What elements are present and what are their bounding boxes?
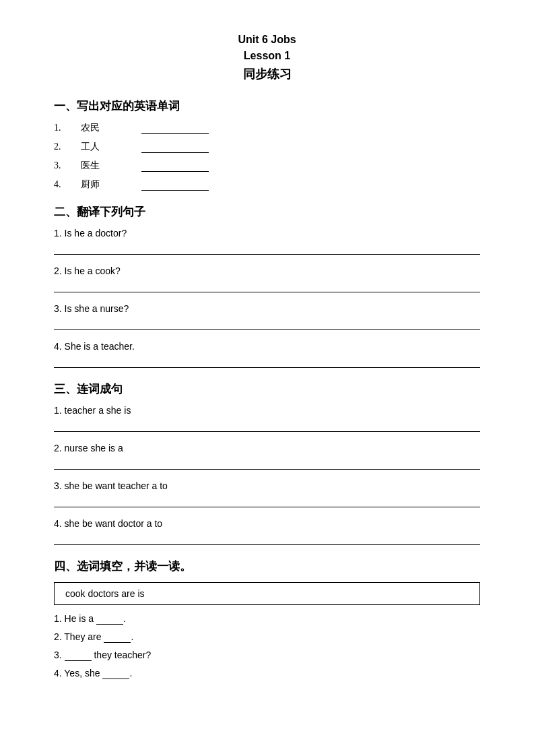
vocab-num: 2.	[54, 141, 67, 152]
translate-item: 3. Is she a nurse?	[54, 303, 480, 330]
answer-line[interactable]	[54, 420, 480, 432]
section-2: 二、翻译下列句子 1. Is he a doctor? 2. Is he a c…	[54, 204, 480, 368]
translate-sentence: 1. Is he a doctor?	[54, 228, 480, 239]
sentence-item: 3. she be want teacher a to	[54, 480, 480, 507]
lesson-title: Lesson 1	[54, 50, 480, 62]
section-4-title: 四、选词填空，并读一读。	[54, 559, 480, 574]
vocab-cn: 农民	[81, 122, 121, 134]
translate-item: 2. Is he a cook?	[54, 265, 480, 292]
sentence-item: 4. she be want doctor a to	[54, 518, 480, 545]
section-1-title: 一、写出对应的英语单词	[54, 98, 480, 114]
blank[interactable]	[104, 631, 131, 643]
vocab-item: 4. 厨师	[54, 179, 480, 191]
answer-line[interactable]	[54, 356, 480, 368]
sentence-text: 1. teacher a she is	[54, 405, 480, 416]
vocab-answer-line[interactable]	[141, 123, 209, 134]
sentence-text: 4. she be want doctor a to	[54, 518, 480, 529]
vocab-num: 1.	[54, 123, 67, 133]
vocab-cn: 医生	[81, 160, 121, 172]
blank[interactable]	[65, 650, 92, 661]
answer-line[interactable]	[54, 280, 480, 292]
fill-item: 3. they teacher?	[54, 650, 480, 661]
translate-sentence: 2. Is he a cook?	[54, 265, 480, 276]
vocab-item: 3. 医生	[54, 160, 480, 172]
vocab-cn: 厨师	[81, 179, 121, 191]
translate-item: 1. Is he a doctor?	[54, 228, 480, 255]
blank[interactable]	[96, 613, 123, 625]
blank[interactable]	[102, 668, 129, 679]
vocab-item: 1. 农民	[54, 122, 480, 134]
unit-title: Unit 6 Jobs	[54, 34, 480, 46]
answer-line[interactable]	[54, 243, 480, 255]
section-3: 三、连词成句 1. teacher a she is 2. nurse she …	[54, 381, 480, 545]
translate-item: 4. She is a teacher.	[54, 341, 480, 368]
vocab-answer-line[interactable]	[141, 141, 209, 153]
section-1: 一、写出对应的英语单词 1. 农民 2. 工人 3. 医生 4. 厨师	[54, 98, 480, 191]
word-box: cook doctors are is	[54, 582, 480, 605]
vocab-answer-line[interactable]	[141, 160, 209, 172]
section-2-title: 二、翻译下列句子	[54, 204, 480, 220]
cn-title: 同步练习	[54, 66, 480, 82]
vocab-answer-line[interactable]	[141, 179, 209, 191]
answer-line[interactable]	[54, 495, 480, 507]
translate-sentence: 4. She is a teacher.	[54, 341, 480, 352]
sentence-item: 2. nurse she is a	[54, 443, 480, 470]
fill-item: 1. He is a .	[54, 613, 480, 625]
section-4: 四、选词填空，并读一读。 cook doctors are is 1. He i…	[54, 559, 480, 679]
sentence-item: 1. teacher a she is	[54, 405, 480, 432]
vocab-cn: 工人	[81, 141, 121, 153]
answer-line[interactable]	[54, 318, 480, 330]
vocab-num: 3.	[54, 160, 67, 171]
sentence-list: 1. teacher a she is 2. nurse she is a 3.…	[54, 405, 480, 545]
vocab-list: 1. 农民 2. 工人 3. 医生 4. 厨师	[54, 122, 480, 191]
section-3-title: 三、连词成句	[54, 381, 480, 397]
answer-line[interactable]	[54, 458, 480, 470]
fill-item: 2. They are .	[54, 631, 480, 643]
page-header: Unit 6 Jobs Lesson 1 同步练习	[54, 34, 480, 82]
fill-list: 1. He is a .2. They are .3. they teacher…	[54, 613, 480, 679]
answer-line[interactable]	[54, 533, 480, 545]
translate-sentence: 3. Is she a nurse?	[54, 303, 480, 314]
sentence-text: 3. she be want teacher a to	[54, 480, 480, 491]
vocab-item: 2. 工人	[54, 141, 480, 153]
vocab-num: 4.	[54, 179, 67, 190]
fill-item: 4. Yes, she .	[54, 668, 480, 679]
translate-list: 1. Is he a doctor? 2. Is he a cook? 3. I…	[54, 228, 480, 368]
sentence-text: 2. nurse she is a	[54, 443, 480, 453]
